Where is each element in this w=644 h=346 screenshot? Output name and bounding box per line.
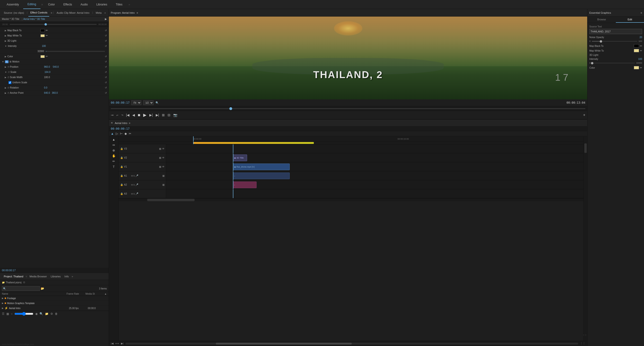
timeline-ruler[interactable]: 00:00:00 00:00:15:00 bbox=[119, 136, 584, 142]
color-expand-icon[interactable]: ▶ bbox=[5, 56, 6, 58]
v2-content[interactable]: ▣ 3D Title bbox=[166, 153, 584, 162]
shuttle-icon[interactable]: ⊸ bbox=[111, 113, 114, 117]
3d-light-reset-icon[interactable]: ↺ bbox=[105, 40, 107, 42]
project-item-footage[interactable]: ▶ ■ Footage bbox=[0, 296, 109, 301]
v1-lock-icon[interactable]: 🔒 bbox=[120, 166, 123, 168]
stop-button[interactable]: ■ bbox=[138, 113, 140, 118]
go-to-out-icon[interactable]: ▶| bbox=[156, 113, 159, 117]
a3-lock-icon[interactable]: 🔒 bbox=[120, 192, 123, 195]
a1-collapse-icon[interactable]: ▦ bbox=[162, 174, 164, 177]
tab-effect-controls[interactable]: Effect Controls bbox=[28, 9, 49, 16]
project-item-aerial-intro[interactable]: ▶ ⚡ Aerial Intro 25.00 fps 00:00:0 bbox=[0, 306, 109, 311]
nav-titles[interactable]: Titles bbox=[112, 0, 126, 9]
anchor-reset-icon[interactable]: ↺ bbox=[105, 92, 107, 94]
more-tabs-icon[interactable]: » bbox=[104, 11, 106, 14]
add-marker-button[interactable]: + bbox=[583, 113, 585, 117]
eg-color-swatch[interactable] bbox=[634, 66, 639, 69]
3d-light-expand-icon[interactable]: ▶ bbox=[5, 40, 6, 42]
nav-color[interactable]: Color bbox=[44, 0, 59, 9]
hand-vtool[interactable]: ✋ bbox=[112, 154, 116, 158]
v3-collapse-icon[interactable]: ▦ bbox=[159, 148, 161, 150]
intensity-slider[interactable] bbox=[46, 51, 105, 52]
step-forward-icon[interactable]: ▶| bbox=[149, 113, 153, 117]
mgt-expand-icon[interactable]: ▶ bbox=[2, 302, 4, 304]
a2-content[interactable]: ♪ bbox=[166, 180, 584, 189]
project-item-mgt[interactable]: ▶ ■ Motion Graphics Template bbox=[0, 301, 109, 306]
search-project-icon[interactable]: 🔍 bbox=[40, 312, 43, 316]
eg-noise-slider[interactable] bbox=[592, 41, 637, 42]
overlay-icon[interactable]: ⊟ bbox=[168, 113, 170, 117]
clip-audio2[interactable]: ♪ bbox=[233, 182, 256, 188]
a1-lock-icon[interactable]: 🔒 bbox=[120, 174, 123, 177]
anchor-expand-icon[interactable]: ▶ bbox=[5, 92, 6, 94]
nav-assembly[interactable]: Assembly bbox=[2, 0, 23, 9]
eg-source-text-input[interactable] bbox=[589, 29, 642, 34]
footage-expand-icon[interactable]: ▶ bbox=[2, 297, 4, 300]
eg-map-white-eyedropper-icon[interactable]: ✏ bbox=[640, 49, 642, 52]
position-expand-icon[interactable]: ▶ bbox=[5, 66, 6, 68]
a2-mic-icon[interactable]: 🎤 bbox=[136, 184, 138, 186]
more-proj-tabs-icon[interactable]: » bbox=[72, 275, 73, 278]
color-eyedropper-icon[interactable]: ✏ bbox=[46, 55, 48, 58]
timeline-go-end-icon[interactable]: ▶| bbox=[121, 342, 124, 345]
razor-tool[interactable]: ✂ bbox=[129, 132, 131, 135]
selection-tool[interactable]: ▲ bbox=[111, 132, 114, 135]
play-button[interactable]: ▶ bbox=[143, 112, 146, 118]
step-back-icon[interactable]: ◀ bbox=[132, 113, 135, 117]
zoom-slider[interactable] bbox=[14, 312, 33, 316]
insert-icon[interactable]: ⊞ bbox=[162, 113, 165, 117]
eg-map-black-eyedropper-icon[interactable]: ✏ bbox=[640, 44, 642, 48]
go-to-in-icon[interactable]: |◀ bbox=[126, 113, 130, 117]
intensity-expand-icon[interactable]: ▼ bbox=[5, 45, 7, 47]
delete-project-icon[interactable]: 🗑 bbox=[55, 312, 58, 316]
fit-select[interactable]: Fit bbox=[131, 100, 141, 105]
timeline-close-icon[interactable]: ✕ bbox=[111, 122, 113, 124]
motion-reset-icon[interactable]: ↺ bbox=[105, 60, 107, 63]
map-black-eyedropper-icon[interactable]: ✏ bbox=[46, 29, 48, 32]
a3-content[interactable] bbox=[166, 189, 584, 198]
v1-collapse-icon[interactable]: ▦ bbox=[159, 166, 161, 168]
scale-width-expand-icon[interactable]: ▶ bbox=[5, 76, 6, 78]
intensity-value[interactable]: 100 bbox=[42, 45, 46, 47]
project-folder-icon[interactable]: 📂 bbox=[41, 287, 44, 290]
timecode-track[interactable] bbox=[10, 24, 96, 25]
tab-project[interactable]: Project: Thailand bbox=[2, 275, 25, 278]
more-nav-icon[interactable]: » bbox=[128, 3, 130, 6]
clip-label[interactable]: Aerial Intro * 3D Title bbox=[24, 18, 45, 20]
uniform-scale-reset-icon[interactable]: ↺ bbox=[105, 81, 107, 84]
list-view-icon[interactable]: ☰ bbox=[2, 312, 4, 316]
motion-expand-icon[interactable]: ▼ bbox=[2, 60, 4, 63]
program-scrub-bar[interactable] bbox=[109, 106, 587, 111]
nav-libraries[interactable]: Libraries bbox=[92, 0, 112, 9]
rotation-reset-icon[interactable]: ↺ bbox=[105, 86, 107, 89]
zoom-vtool[interactable]: ⊕ bbox=[112, 148, 115, 152]
mark-in-icon[interactable]: ⌐ bbox=[116, 113, 118, 117]
map-white-swatch[interactable] bbox=[40, 34, 45, 37]
nav-effects[interactable]: Effects bbox=[59, 0, 76, 9]
selection-vtool[interactable]: ▲ bbox=[112, 138, 115, 141]
uniform-scale-checkbox[interactable] bbox=[8, 81, 11, 84]
eg-browse-tab[interactable]: Browse bbox=[588, 16, 616, 23]
sort-icon[interactable]: ▲ bbox=[104, 292, 107, 295]
v2-collapse-icon[interactable]: ▦ bbox=[159, 156, 161, 159]
timeline-view-icon[interactable]: ◉ bbox=[35, 312, 38, 316]
tab-libraries[interactable]: Libraries bbox=[49, 275, 62, 278]
effect-controls-menu-icon[interactable]: ≡ bbox=[51, 11, 52, 14]
nav-audio[interactable]: Audio bbox=[76, 0, 92, 9]
capture-icon[interactable]: 📷 bbox=[173, 113, 177, 117]
timeline-dots2-icon[interactable]: ⋮⋮ bbox=[580, 342, 585, 345]
eg-map-white-swatch[interactable] bbox=[634, 49, 639, 52]
v3-content[interactable] bbox=[166, 144, 584, 153]
icon-view-icon[interactable]: ▦ bbox=[6, 312, 9, 316]
timeline-dots-icon[interactable]: ⋮⋮ bbox=[583, 334, 587, 336]
clip-3d-title[interactable]: ▣ 3D Title bbox=[233, 154, 247, 161]
scale-width-value[interactable]: 100.0 bbox=[44, 76, 50, 78]
timeline-menu-icon[interactable]: ≡ bbox=[129, 122, 130, 124]
freeform-view-icon[interactable]: ○ bbox=[11, 312, 12, 316]
scale-width-reset-icon[interactable]: ↺ bbox=[105, 76, 107, 78]
aerial-expand-icon[interactable]: ▶ bbox=[2, 307, 4, 309]
clip-audio1[interactable]: ♪ bbox=[233, 172, 290, 179]
position-x-value[interactable]: 960.0 bbox=[44, 66, 50, 68]
timeline-scroll-icon[interactable]: ⟺ bbox=[115, 342, 119, 345]
map-black-expand-icon[interactable]: ▶ bbox=[5, 29, 6, 32]
